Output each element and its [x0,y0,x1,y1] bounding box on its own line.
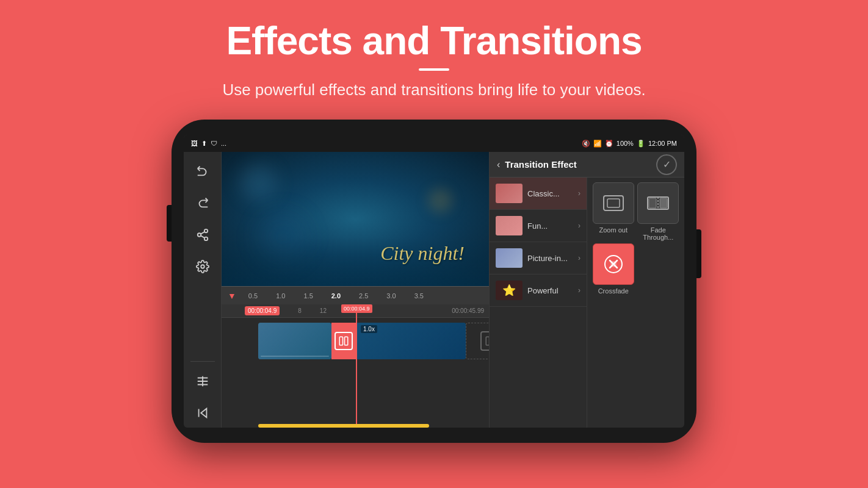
status-left: 🖼 ⬆ 🛡 ... [191,140,226,148]
category-item-classic[interactable]: Classic... › [490,178,587,210]
dots-icon: ... [221,140,226,147]
powerful-label: Powerful [527,286,573,295]
wifi-icon: 📶 [593,140,602,148]
effect-item-fade[interactable]: Fade Through... [637,182,680,241]
crossfade-thumb [593,243,634,285]
current-time: 12:00 PM [648,140,677,147]
title-divider [419,68,449,71]
classic-arrow: › [578,189,580,198]
check-icon: ✓ [663,159,671,170]
timeline-ruler: ▼ 0.5 1.0 1.5 2.0 2.5 3.0 3.5 [222,286,489,304]
status-bar: 🖼 ⬆ 🛡 ... 🔇 📶 ⏰ 100% 🔋 12:00 PM [184,135,684,152]
fade-label: Fade Through... [637,226,680,241]
svg-point-0 [204,229,208,233]
settings-button[interactable] [188,252,217,281]
svg-point-2 [204,237,208,241]
svg-marker-8 [201,409,206,418]
transition-icon [335,332,353,350]
svg-rect-15 [607,199,620,207]
back-button[interactable]: ‹ [497,159,500,170]
share-button[interactable] [188,220,217,249]
crossfade-label: Crossfade [598,287,629,295]
scrubber-line[interactable] [258,424,429,428]
phone-screen: 🖼 ⬆ 🛡 ... 🔇 📶 ⏰ 100% 🔋 12:00 PM [184,135,684,428]
svg-point-3 [201,265,204,269]
panel-header: ‹ Transition Effect ✓ [490,152,684,178]
svg-rect-11 [345,337,348,346]
svg-point-21 [610,261,617,267]
battery-icon: 🔋 [637,140,645,148]
video-overlay-text: City night! [380,242,465,265]
category-item-picture[interactable]: Picture-in... › [490,242,587,274]
svg-point-1 [197,234,201,237]
panel-header-left: ‹ Transition Effect [497,159,577,170]
playhead-time: 00:00:04.9 [341,304,372,313]
app-content: City night! ▼ 0.5 1.0 1.5 2.0 2.5 3.0 3.… [184,152,684,428]
clip-2-label: 1.0x [361,325,377,333]
powerful-arrow: › [578,286,580,295]
powerful-thumb: ⭐ [496,281,523,300]
panel-title: Transition Effect [505,159,577,170]
page-subtitle: Use powerful effects and transitions bri… [0,81,868,99]
panel-body: Classic... › Fun... › Picture-in... [490,178,684,428]
confirm-button[interactable]: ✓ [656,154,677,175]
right-panel: ‹ Transition Effect ✓ C [489,152,684,428]
effect-grid: Zoom out [587,178,684,428]
redo-button[interactable] [188,188,217,218]
align-button[interactable] [188,367,217,396]
video-preview: City night! [222,152,489,286]
fun-label: Fun... [527,221,573,231]
clip-2[interactable]: 1.0x [356,323,466,359]
zoomout-thumb [593,182,634,224]
image-icon: 🖼 [191,140,198,147]
category-item-fun[interactable]: Fun... › [490,210,587,242]
clip-transition[interactable] [331,323,356,359]
left-sidebar [184,152,222,428]
phone-mockup: 🖼 ⬆ 🛡 ... 🔇 📶 ⏰ 100% 🔋 12:00 PM [165,120,703,443]
effect-item-zoomout[interactable]: Zoom out [592,182,635,241]
category-list: Classic... › Fun... › Picture-in... [490,178,587,428]
fun-arrow: › [578,221,580,230]
status-right: 🔇 📶 ⏰ 100% 🔋 12:00 PM [582,140,677,148]
fun-thumb [496,216,523,235]
header-section: Effects and Transitions Use powerful eff… [0,0,868,117]
undo-button[interactable] [188,157,217,186]
battery-percent: 100% [617,140,634,147]
svg-rect-10 [339,337,342,346]
svg-rect-12 [486,337,489,346]
picture-arrow: › [578,254,580,262]
timeline-clips-row: 1.0x [222,318,489,364]
shield-icon: 🛡 [211,140,217,147]
timeline-playhead: 00:00:04.9 [356,304,357,428]
rewind-button[interactable] [188,398,217,428]
category-item-powerful[interactable]: ⭐ Powerful › [490,274,587,307]
timeline-area[interactable]: 00:00:04.9 8 12 00:00:45.99 [222,304,489,428]
picture-label: Picture-in... [527,254,573,263]
middle-area: City night! ▼ 0.5 1.0 1.5 2.0 2.5 3.0 3.… [222,152,489,428]
effect-item-crossfade[interactable]: Crossfade [592,243,635,295]
clip-3-icon [480,331,489,351]
picture-thumb [496,248,523,268]
clock-icon: ⏰ [605,140,613,148]
classic-thumb [496,184,523,203]
phone-body: 🖼 ⬆ 🛡 ... 🔇 📶 ⏰ 100% 🔋 12:00 PM [172,120,696,443]
clip-1[interactable] [258,323,331,359]
svg-rect-14 [604,196,623,210]
fade-thumb [637,182,679,224]
clip-3[interactable] [466,323,489,359]
classic-label: Classic... [527,189,573,198]
page-title: Effects and Transitions [0,20,868,62]
upload-icon: ⬆ [201,140,207,148]
end-time: 00:00:45.99 [452,307,484,314]
mute-icon: 🔇 [582,140,590,148]
svg-rect-18 [649,198,656,208]
zoomout-label: Zoom out [599,226,627,234]
svg-rect-19 [660,198,667,208]
sidebar-divider [190,361,215,362]
ruler-marks: 0.5 1.0 1.5 2.0 2.5 3.0 3.5 [248,292,424,300]
current-time-badge: 00:00:04.9 [245,306,280,315]
